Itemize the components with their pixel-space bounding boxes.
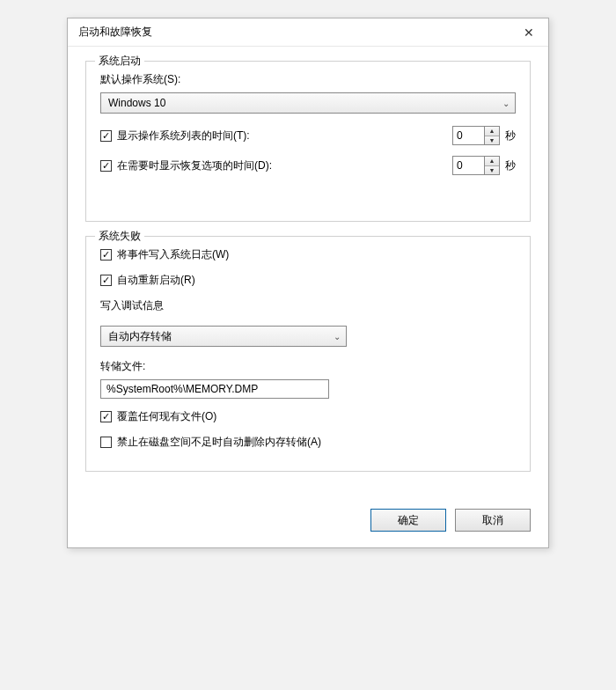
show-os-list-value[interactable] [452,126,484,145]
chevron-down-icon: ⌄ [502,99,510,108]
auto-restart-checkbox[interactable]: ✓ [100,275,112,286]
seconds-unit: 秒 [505,128,516,143]
overwrite-row: ✓ 覆盖任何现有文件(O) [100,409,516,424]
dump-file-label: 转储文件: [100,359,516,374]
debug-info-value: 自动内存转储 [108,329,172,344]
recovery-time-spinner[interactable]: ▲ ▼ [452,156,500,175]
spinner-up-icon[interactable]: ▲ [485,127,499,136]
show-os-list-checkbox[interactable]: ✓ [100,130,112,142]
titlebar: 启动和故障恢复 ✕ [68,18,548,47]
dialog-body: 系统启动 默认操作系统(S): Windows 10 ⌄ ✓ 显示操作系统列表的… [68,47,548,500]
recovery-time-label: 在需要时显示恢复选项的时间(D): [117,158,272,173]
show-os-list-spinner[interactable]: ▲ ▼ [452,126,500,145]
dump-file-input[interactable] [100,379,329,399]
ok-button[interactable]: 确定 [370,509,446,532]
default-os-dropdown[interactable]: Windows 10 ⌄ [100,92,516,114]
chevron-down-icon: ⌄ [334,332,341,341]
disable-delete-checkbox[interactable] [100,437,112,448]
disable-delete-row: 禁止在磁盘空间不足时自动删除内存转储(A) [100,435,516,450]
group-title-failure: 系统失败 [95,229,144,244]
overwrite-label: 覆盖任何现有文件(O) [117,409,216,424]
write-event-row: ✓ 将事件写入系统日志(W) [100,247,516,262]
startup-recovery-dialog: 启动和故障恢复 ✕ 系统启动 默认操作系统(S): Windows 10 ⌄ ✓… [67,18,549,548]
auto-restart-row: ✓ 自动重新启动(R) [100,273,516,288]
seconds-unit: 秒 [505,158,516,173]
auto-restart-label: 自动重新启动(R) [117,273,195,288]
system-failure-group: 系统失败 ✓ 将事件写入系统日志(W) ✓ 自动重新启动(R) 写入调试信息 自… [85,236,531,472]
dialog-title: 启动和故障恢复 [78,25,152,40]
spinner-down-icon[interactable]: ▼ [485,166,499,175]
overwrite-checkbox[interactable]: ✓ [100,411,112,422]
show-os-list-row: ✓ 显示操作系统列表的时间(T): ▲ ▼ 秒 [100,126,516,145]
default-os-value: Windows 10 [108,97,165,109]
disable-delete-label: 禁止在磁盘空间不足时自动删除内存转储(A) [117,435,321,450]
spinner-down-icon[interactable]: ▼ [485,136,499,145]
recovery-time-value[interactable] [452,156,484,175]
recovery-time-checkbox[interactable]: ✓ [100,160,112,172]
write-event-label: 将事件写入系统日志(W) [117,247,229,262]
default-os-label: 默认操作系统(S): [100,72,516,87]
write-event-checkbox[interactable]: ✓ [100,249,112,261]
show-os-list-label: 显示操作系统列表的时间(T): [117,128,250,143]
close-icon[interactable]: ✕ [510,18,548,47]
dialog-buttons: 确定 取消 [68,500,548,547]
spinner-up-icon[interactable]: ▲ [485,157,499,166]
group-title-startup: 系统启动 [95,54,144,69]
debug-info-dropdown[interactable]: 自动内存转储 ⌄ [100,326,347,347]
debug-info-label: 写入调试信息 [100,298,516,313]
recovery-time-row: ✓ 在需要时显示恢复选项的时间(D): ▲ ▼ 秒 [100,156,516,175]
cancel-button[interactable]: 取消 [455,509,531,532]
system-startup-group: 系统启动 默认操作系统(S): Windows 10 ⌄ ✓ 显示操作系统列表的… [85,61,531,222]
